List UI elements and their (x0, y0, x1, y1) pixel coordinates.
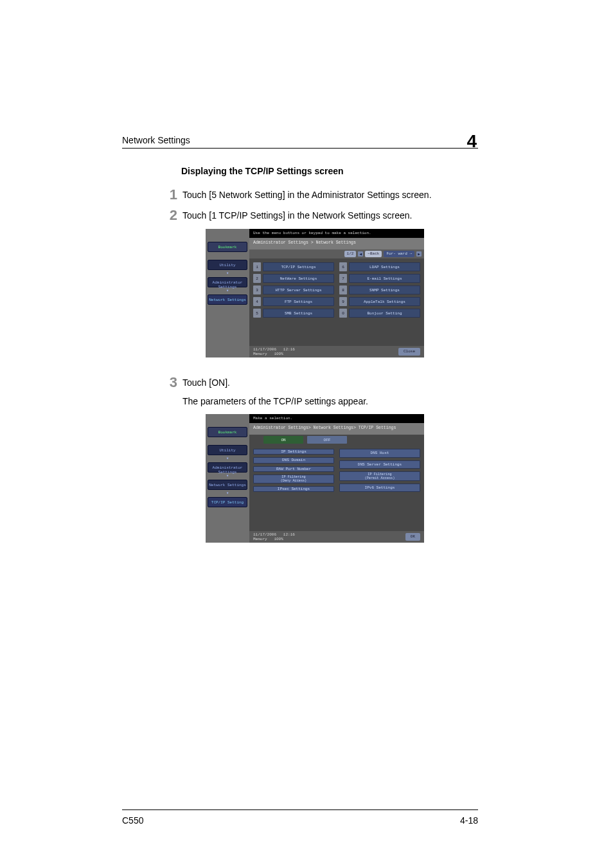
sidebar-utility[interactable]: Utility (208, 260, 247, 270)
running-header: Network Settings (122, 135, 478, 145)
toggle-bar: ON OFF (249, 435, 424, 445)
m2-right-1-button[interactable]: DNS Server Settings (339, 460, 420, 469)
m1-right-2-number: 8 (339, 285, 347, 294)
footer-model: C550 (122, 815, 143, 826)
options-area: 1TCP/IP Settings2NetWare Settings3HTTP S… (249, 258, 424, 346)
close-button[interactable]: Close (398, 348, 420, 356)
breadcrumb: Administrator Settings> Network Settings… (249, 423, 424, 435)
sidebar-admin-settings[interactable]: Administrator Settings (208, 277, 247, 287)
step-3-number: 3 (154, 375, 182, 390)
m1-right-1-number: 7 (339, 274, 347, 283)
breadcrumb: Administrator Settings > Network Setting… (249, 238, 424, 249)
step-1-text: Touch [5 Network Setting] in the Adminis… (182, 188, 478, 202)
on-toggle[interactable]: ON (263, 436, 303, 444)
status-date: 11/17/2006 (253, 532, 276, 537)
m2-left-0-button[interactable]: IP Settings (253, 449, 334, 455)
status-memory-label: Memory (253, 352, 267, 356)
footer-rule (122, 809, 478, 810)
sidebar-utility[interactable]: Utility (208, 445, 247, 455)
page-indicator: 1/2 (344, 251, 357, 257)
sidebar-network-settings[interactable]: Network Settings (208, 294, 247, 305)
options-area: IP SettingsDNS DomainRAW Port NumberIP F… (249, 445, 424, 531)
instruction-bar: Use the menu buttons or keypad to make a… (249, 229, 424, 238)
instruction-bar: Make a selection. (249, 414, 424, 423)
sidebar-admin-settings[interactable]: Administrator Settings (208, 462, 247, 473)
status-time: 12:16 (283, 532, 295, 537)
chevron-down-icon: ▾ (208, 457, 247, 461)
m1-left-4-number: 5 (253, 309, 261, 318)
status-memory-label: Memory (253, 537, 267, 541)
m2-left-1-button[interactable]: DNS Domain (253, 457, 334, 463)
chevron-down-icon: ▾ (208, 271, 247, 276)
m1-left-0-number: 1 (253, 262, 261, 271)
prev-page-icon[interactable]: ◀ (358, 251, 363, 257)
sidebar-network-settings[interactable]: Network Settings (208, 480, 247, 490)
step-3-subtext: The parameters of the TCP/IP settings ap… (182, 396, 478, 406)
m1-left-1-button[interactable]: NetWare Settings (263, 274, 334, 283)
next-page-icon[interactable]: ▶ (416, 251, 422, 257)
side-panel: Bookmark Utility ▾ Administrator Setting… (206, 414, 249, 543)
m1-right-2-button[interactable]: SNMP Settings (349, 285, 420, 294)
bookmark-tab[interactable]: Bookmark (208, 427, 247, 437)
m2-left-3-button[interactable]: IP Filtering (Deny Access) (253, 475, 334, 484)
ok-button[interactable]: OK (405, 533, 420, 541)
m1-right-4-number: 0 (339, 309, 347, 318)
m1-right-4-button[interactable]: Bonjour Setting (349, 309, 420, 318)
network-settings-screen: Bookmark Utility ▾ Administrator Setting… (206, 229, 424, 357)
m1-right-1-button[interactable]: E-mail Settings (349, 274, 420, 283)
step-1-number: 1 (154, 188, 182, 202)
m1-left-2-number: 3 (253, 285, 261, 294)
status-bar: 11/17/2006 12:16 Memory 100% OK (249, 531, 424, 543)
m1-left-3-number: 4 (253, 297, 261, 306)
off-toggle[interactable]: OFF (307, 436, 347, 444)
m1-left-1-number: 2 (253, 274, 261, 283)
step-2-number: 2 (154, 208, 182, 222)
m1-left-3-button[interactable]: FTP Settings (263, 297, 334, 306)
main-panel: Use the menu buttons or keypad to make a… (249, 229, 424, 357)
m2-right-3-button[interactable]: IPv6 Settings (339, 484, 420, 493)
side-panel: Bookmark Utility ▾ Administrator Setting… (206, 229, 249, 357)
forward-button[interactable]: For- ward → (384, 251, 414, 257)
m1-right-3-number: 9 (339, 297, 347, 306)
step-3: 3 Touch [ON]. (122, 375, 478, 390)
step-2-text: Touch [1 TCP/IP Settings] in the Network… (182, 208, 478, 222)
m2-right-0-button[interactable]: DNS Host (339, 449, 420, 458)
step-1: 1 Touch [5 Network Setting] in the Admin… (122, 188, 478, 202)
chevron-down-icon: ▾ (208, 474, 247, 478)
status-memory-pct: 100% (274, 537, 283, 541)
chevron-down-icon: ▾ (208, 289, 247, 293)
m1-left-4-button[interactable]: SMB Settings (263, 309, 334, 318)
m1-right-3-button[interactable]: AppleTalk Settings (349, 297, 420, 306)
m1-left-0-button[interactable]: TCP/IP Settings (263, 262, 334, 271)
chapter-number: 4 (466, 131, 477, 152)
status-memory-pct: 100% (274, 352, 283, 356)
status-bar: 11/17/2006 12:16 Memory 100% Close (249, 346, 424, 357)
footer-page-number: 4-18 (460, 815, 478, 826)
chevron-down-icon: ▾ (208, 491, 247, 496)
m1-left-2-button[interactable]: HTTP Server Settings (263, 285, 334, 294)
m1-right-0-button[interactable]: LDAP Settings (349, 262, 420, 271)
page-nav-bar: 1/2 ◀ ←Back For- ward → ▶ (249, 249, 424, 258)
section-title: Displaying the TCP/IP Settings screen (181, 166, 478, 176)
m2-left-2-button[interactable]: RAW Port Number (253, 466, 334, 472)
bookmark-tab[interactable]: Bookmark (208, 242, 247, 252)
back-button[interactable]: ←Back (365, 251, 382, 257)
sidebar-tcpip-setting[interactable]: TCP/IP Setting (208, 497, 247, 507)
header-rule (122, 148, 478, 149)
m1-right-0-number: 6 (339, 262, 347, 271)
step-3-text: Touch [ON]. (182, 375, 478, 390)
tcpip-settings-screen: Bookmark Utility ▾ Administrator Setting… (206, 414, 424, 543)
step-2: 2 Touch [1 TCP/IP Settings] in the Netwo… (122, 208, 478, 222)
status-time: 12:16 (283, 347, 295, 352)
m2-left-4-button[interactable]: IPsec Settings (253, 486, 334, 492)
main-panel: Make a selection. Administrator Settings… (249, 414, 424, 543)
status-date: 11/17/2006 (253, 347, 276, 352)
m2-right-2-button[interactable]: IP Filtering (Permit Access) (339, 471, 420, 481)
